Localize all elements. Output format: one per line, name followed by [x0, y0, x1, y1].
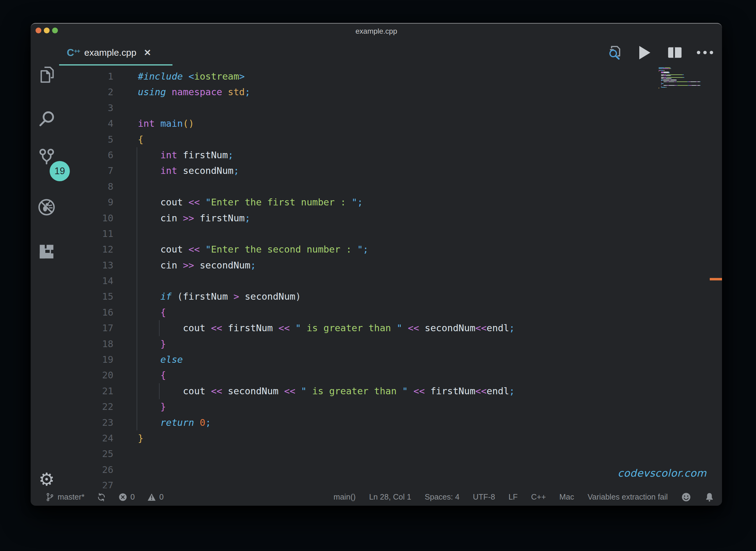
- title-bar[interactable]: example.cpp: [31, 24, 722, 39]
- minimap-line: [659, 81, 709, 82]
- code-text: }: [113, 430, 144, 446]
- indent-guide: [159, 320, 160, 336]
- os-indicator: Mac: [559, 493, 574, 501]
- warning-status[interactable]: 0: [147, 493, 164, 502]
- open-preview-button[interactable]: [606, 44, 623, 61]
- code-line[interactable]: 17 cout << firstNum << " is greater than…: [59, 320, 722, 336]
- minimap-line: [659, 84, 709, 85]
- source-control-badge: 19: [50, 161, 70, 181]
- line-number: 5: [59, 132, 113, 147]
- code-line[interactable]: 15 if (firstNum > secondNum): [59, 289, 722, 304]
- minimap-line: [659, 87, 709, 87]
- overview-ruler-marker: [710, 278, 722, 281]
- code-line[interactable]: 22 }: [59, 399, 722, 415]
- code-text: [113, 226, 138, 241]
- code-line[interactable]: 21 cout << secondNum << " is greater tha…: [59, 383, 722, 399]
- code-text: }: [113, 336, 166, 352]
- code-editor[interactable]: 1#include <iostream>2using namespace std…: [59, 65, 722, 488]
- line-number: 13: [59, 257, 113, 273]
- notifications-button[interactable]: [705, 492, 714, 502]
- branch-status[interactable]: master*: [45, 493, 84, 502]
- line-number: 23: [59, 415, 113, 430]
- code-text: [113, 273, 138, 289]
- line-number: 26: [59, 462, 113, 478]
- status-bar: master* 0: [31, 488, 722, 506]
- code-line[interactable]: 20 {: [59, 367, 722, 383]
- code-text: cout << "Enter the first number : ";: [113, 194, 363, 210]
- gear-icon: ⚙: [39, 471, 54, 488]
- code-line[interactable]: 12 cout << "Enter the second number : ";: [59, 241, 722, 257]
- minimap[interactable]: [659, 67, 709, 91]
- code-line[interactable]: 9 cout << "Enter the first number : ";: [59, 194, 722, 210]
- tab-label: example.cpp: [84, 47, 136, 58]
- minimap-line: [659, 80, 709, 81]
- minimap-line: [659, 86, 709, 87]
- code-text: return 0;: [113, 415, 211, 430]
- code-text: [113, 462, 138, 478]
- code-line[interactable]: 4int main(): [59, 116, 722, 131]
- minimap-line: [659, 68, 709, 69]
- sidebar-item-extensions[interactable]: [37, 242, 56, 261]
- code-line[interactable]: 18 }: [59, 336, 722, 352]
- split-editor-button[interactable]: [666, 44, 683, 61]
- code-line[interactable]: 11: [59, 226, 722, 241]
- git-branch-icon: [45, 493, 54, 502]
- encoding-indicator[interactable]: UTF-8: [473, 493, 495, 501]
- code-line[interactable]: 27: [59, 478, 722, 488]
- line-number: 11: [59, 226, 113, 241]
- error-status[interactable]: 0: [118, 493, 135, 502]
- minimap-line: [659, 73, 709, 74]
- watermark-text: codevscolor.com: [617, 467, 707, 479]
- feedback-button[interactable]: [681, 492, 691, 502]
- line-number: 18: [59, 336, 113, 352]
- warning-icon: [147, 493, 156, 502]
- minimap-line: [659, 69, 709, 70]
- sidebar-item-explorer[interactable]: [37, 65, 56, 84]
- minimap-line: [659, 71, 709, 72]
- minimap-line: [659, 75, 709, 76]
- code-line[interactable]: 25: [59, 446, 722, 462]
- minimap-line: [659, 73, 709, 73]
- sidebar-item-debug[interactable]: [37, 197, 56, 217]
- minimap-line: [659, 72, 709, 72]
- code-text: int main(): [113, 116, 194, 131]
- more-actions-button[interactable]: [696, 44, 713, 61]
- code-line[interactable]: 1#include <iostream>: [59, 69, 722, 84]
- cursor-position[interactable]: Ln 28, Col 1: [369, 493, 412, 501]
- code-line[interactable]: 8: [59, 179, 722, 194]
- code-text: int secondNum;: [113, 163, 239, 178]
- code-line[interactable]: 13 cin >> secondNum;: [59, 257, 722, 273]
- line-number: 14: [59, 273, 113, 289]
- code-line[interactable]: 14: [59, 273, 722, 289]
- code-text: {: [113, 132, 144, 147]
- code-line[interactable]: 7 int secondNum;: [59, 163, 722, 178]
- language-indicator[interactable]: C++: [531, 493, 546, 501]
- code-line[interactable]: 6 int firstNum;: [59, 147, 722, 163]
- code-line[interactable]: 16 {: [59, 305, 722, 320]
- sidebar-item-settings[interactable]: ⚙: [37, 470, 56, 489]
- minimap-line: [659, 90, 709, 91]
- code-text: {: [113, 367, 166, 383]
- minimap-line: [659, 79, 709, 80]
- indentation-indicator[interactable]: Spaces: 4: [425, 493, 459, 501]
- code-line[interactable]: 19 else: [59, 352, 722, 367]
- play-icon: [639, 46, 650, 59]
- line-number: 10: [59, 210, 113, 226]
- sidebar-item-search[interactable]: [37, 109, 56, 129]
- code-line[interactable]: 5{: [59, 132, 722, 147]
- extensions-icon: [37, 242, 56, 261]
- code-line[interactable]: 2using namespace std;: [59, 84, 722, 100]
- code-line[interactable]: 3: [59, 100, 722, 116]
- split-editor-icon: [666, 44, 683, 61]
- minimap-line: [659, 82, 709, 83]
- code-line[interactable]: 24}: [59, 430, 722, 446]
- minimap-line: [659, 83, 709, 84]
- eol-indicator[interactable]: LF: [508, 493, 518, 501]
- tab-example-cpp[interactable]: C++ example.cpp ✕: [59, 39, 173, 65]
- sync-status[interactable]: [97, 493, 106, 502]
- code-line[interactable]: 23 return 0;: [59, 415, 722, 430]
- code-line[interactable]: 10 cin >> firstNum;: [59, 210, 722, 226]
- close-tab-icon[interactable]: ✕: [144, 47, 151, 58]
- run-button[interactable]: [636, 44, 654, 61]
- symbol-indicator[interactable]: main(): [333, 493, 356, 501]
